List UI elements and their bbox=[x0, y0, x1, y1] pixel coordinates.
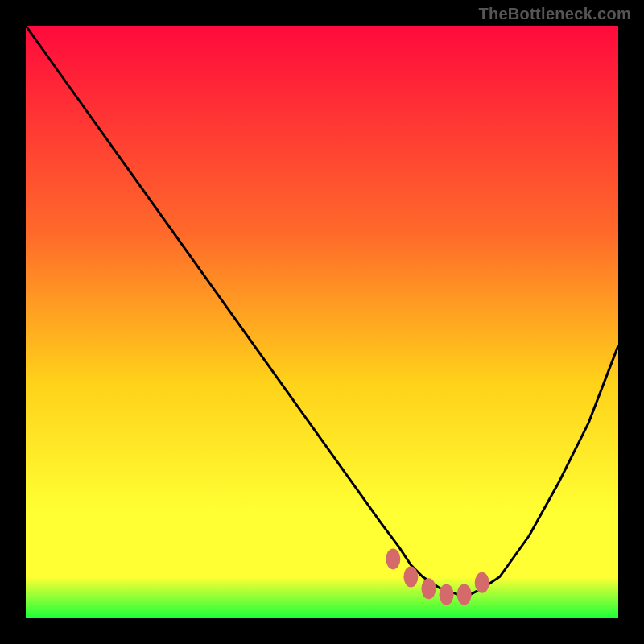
watermark-text: TheBottleneck.com bbox=[478, 5, 631, 23]
marker-dot bbox=[440, 584, 454, 605]
marker-dot bbox=[457, 584, 472, 605]
marker-dot bbox=[421, 578, 436, 599]
chart-background bbox=[26, 26, 618, 618]
marker-dot bbox=[475, 572, 489, 593]
bottleneck-chart bbox=[26, 26, 618, 618]
marker-dot bbox=[386, 548, 400, 569]
marker-dot bbox=[403, 566, 418, 587]
